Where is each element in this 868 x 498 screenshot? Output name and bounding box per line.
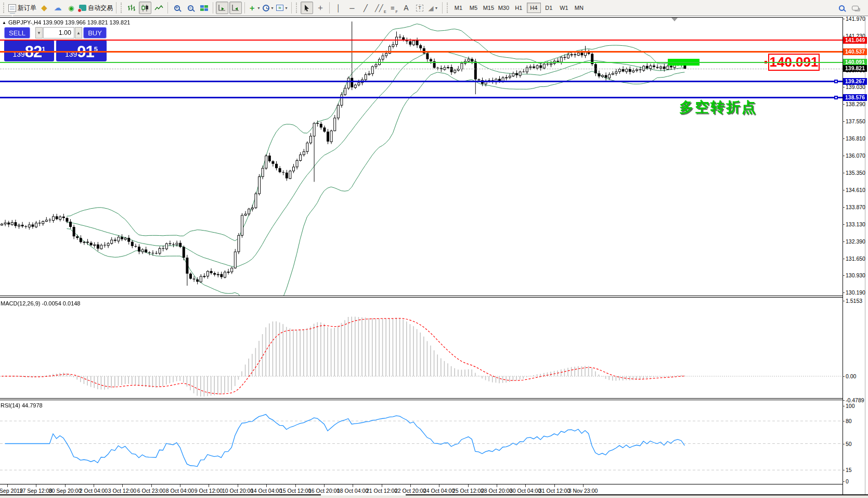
- new-order-button[interactable]: + 新订单: [8, 2, 37, 14]
- timeframe-button-m1[interactable]: M1: [451, 3, 465, 13]
- signals-button[interactable]: ◉: [65, 2, 77, 14]
- price-badge: 140.537: [843, 48, 867, 55]
- date-tick-label: 24 Oct 04:00: [423, 488, 455, 494]
- rsi-canvas[interactable]: [0, 401, 843, 483]
- date-tick-mark: [36, 484, 36, 487]
- text-button[interactable]: A: [400, 2, 412, 14]
- trendline-button[interactable]: ╱: [359, 2, 372, 14]
- chat-button[interactable]: [849, 2, 861, 14]
- volume-decrease-button[interactable]: ▼: [35, 27, 43, 39]
- price-tick-label: 135.350: [846, 170, 865, 176]
- text-label-icon: T: [416, 5, 423, 11]
- toolbar-grip[interactable]: [3, 3, 5, 13]
- channel-icon: ╱╱E: [375, 4, 383, 12]
- turning-point-annotation[interactable]: 多空转折点: [679, 98, 757, 117]
- date-tick-label: 31 Oct 12:00: [539, 488, 570, 494]
- date-tick-mark: [180, 484, 180, 487]
- line-handle[interactable]: [834, 96, 838, 99]
- text-label-button[interactable]: T: [413, 2, 426, 14]
- chart-shift-button[interactable]: [229, 2, 242, 14]
- date-tick-label: 2 Oct 04:00: [80, 488, 108, 494]
- new-order-label: 新订单: [18, 4, 36, 12]
- periods-button[interactable]: ▼: [262, 2, 275, 14]
- separator[interactable]: [0, 296, 843, 296]
- candlestick-chart-button[interactable]: [139, 2, 151, 14]
- undefined[interactable]: [0, 81, 843, 82]
- separator[interactable]: [0, 398, 843, 399]
- rsi-tick-mark: [843, 421, 845, 422]
- vertical-line-button[interactable]: │: [332, 2, 345, 14]
- indicators-button[interactable]: ＋▼: [248, 2, 261, 14]
- date-tick-label: 8 Oct 04:00: [166, 488, 194, 494]
- crosshair-button[interactable]: ＋: [314, 2, 327, 14]
- timeframe-button-h1[interactable]: H1: [512, 3, 526, 13]
- chart-shift-marker[interactable]: [671, 18, 678, 21]
- mt4-window: + 新订单 ◆ ☁ ◉ 自动交易 + − ＋▼: [0, 0, 868, 498]
- price-tick-label: 131.650: [846, 256, 865, 262]
- macd-canvas[interactable]: [0, 298, 843, 398]
- undefined[interactable]: [0, 51, 843, 53]
- date-tick-label: 30 Oct 04:00: [510, 488, 541, 494]
- separator: [0, 484, 843, 484]
- trendline-icon: ╱: [364, 4, 368, 12]
- date-tick-label: 14 Oct 04:00: [251, 488, 282, 494]
- line-chart-button[interactable]: [152, 2, 165, 14]
- date-tick-mark: [525, 484, 526, 487]
- price-tick-mark: [843, 241, 845, 242]
- bar-chart-button[interactable]: [125, 2, 138, 14]
- zoom-out-button[interactable]: −: [184, 2, 197, 14]
- community-button[interactable]: ☁: [51, 2, 64, 14]
- autotrading-button[interactable]: 自动交易: [79, 2, 113, 14]
- timeframe-button-d1[interactable]: D1: [542, 3, 556, 13]
- timeframe-button-m15[interactable]: M15: [482, 3, 496, 13]
- horizontal-line-button[interactable]: ─: [346, 2, 358, 14]
- separator[interactable]: [0, 297, 843, 298]
- timeframe-button-m5[interactable]: M5: [467, 3, 481, 13]
- undefined[interactable]: [0, 97, 843, 98]
- timeframe-button-w1[interactable]: W1: [557, 3, 571, 13]
- search-button[interactable]: [835, 2, 848, 14]
- price-axis-line: [843, 17, 843, 495]
- date-tick-label: 9 Oct 12:00: [195, 488, 223, 494]
- date-tick-mark: [266, 484, 267, 487]
- auto-scroll-button[interactable]: [216, 2, 228, 14]
- date-tick-mark: [238, 484, 238, 487]
- timeframe-button-mn[interactable]: MN: [572, 3, 586, 13]
- sell-button[interactable]: SELL: [4, 27, 30, 39]
- macd-tick-mark: [843, 376, 845, 377]
- macd-tick-mark: [843, 301, 845, 301]
- timeframe-button-m30[interactable]: M30: [497, 3, 511, 13]
- shapes-button[interactable]: ◢▼: [427, 2, 439, 14]
- market-watch-button[interactable]: ◆: [38, 2, 50, 14]
- price-tick-mark: [843, 121, 845, 122]
- triangle-icon: ▲: [2, 20, 6, 25]
- volume-input[interactable]: 1.00: [43, 27, 74, 39]
- price-tick-mark: [843, 190, 845, 190]
- price-tick-mark: [843, 292, 845, 293]
- cursor-button[interactable]: [301, 2, 313, 14]
- undefined[interactable]: [0, 40, 843, 41]
- timeframe-button-h4[interactable]: H4: [527, 3, 541, 13]
- zoom-in-button[interactable]: +: [171, 2, 183, 14]
- volume-increase-button[interactable]: ▲: [75, 27, 82, 39]
- tile-windows-button[interactable]: [198, 2, 210, 14]
- symbol-ohlc-text: GBPJPY-,H4 139.909 139.966 139.821 139.8…: [8, 19, 130, 25]
- chevron-down-icon: ▼: [270, 6, 274, 10]
- macd-tick-label: 1.5153: [846, 298, 862, 304]
- channel-button[interactable]: ╱╱E: [373, 2, 385, 14]
- tile-windows-icon: [200, 5, 208, 11]
- line-handle[interactable]: [834, 80, 838, 83]
- date-tick-label: 3 Oct 12:00: [108, 488, 136, 494]
- date-tick-mark: [151, 484, 152, 487]
- templates-button[interactable]: ≈▼: [276, 2, 289, 14]
- price-tick-mark: [843, 275, 845, 276]
- date-tick-mark: [295, 484, 296, 487]
- price-tick-mark: [843, 87, 845, 87]
- buy-button[interactable]: BUY: [83, 27, 107, 39]
- separator[interactable]: [0, 400, 843, 400]
- undefined[interactable]: [0, 62, 843, 63]
- fibonacci-button[interactable]: ≡F: [386, 2, 399, 14]
- price-tick-mark: [843, 207, 845, 208]
- main-chart-canvas[interactable]: [0, 17, 843, 296]
- date-tick-mark: [122, 484, 123, 487]
